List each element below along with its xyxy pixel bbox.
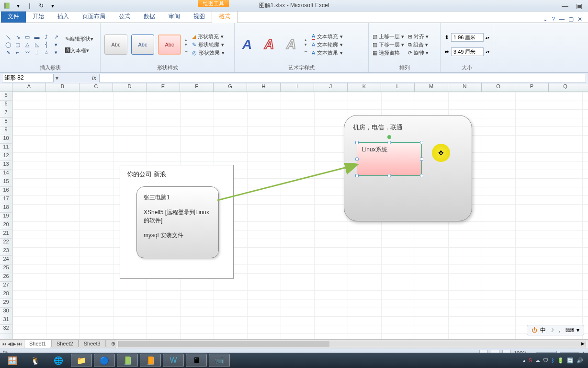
rect2-shape-icon[interactable]: ▬ xyxy=(33,34,41,40)
qat-dropdown-icon[interactable]: ▾ xyxy=(13,1,23,10)
rect-shape-icon[interactable]: ▭ xyxy=(23,34,32,40)
shape-style-2[interactable]: Abc xyxy=(131,34,154,55)
col-header[interactable]: Q xyxy=(549,83,582,92)
col-header[interactable]: D xyxy=(113,83,147,92)
shape-effect-button[interactable]: ◎形状效果 ▾ xyxy=(192,49,225,57)
tray-battery-icon[interactable]: 🔋 xyxy=(557,357,564,364)
connector-arrow-shape[interactable] xyxy=(217,163,359,201)
tab-review[interactable]: 审阅 xyxy=(162,11,187,23)
row-header[interactable]: 10 xyxy=(0,135,12,144)
text-effect-button[interactable]: A文本效果 ▾ xyxy=(312,49,343,57)
window-minimize-icon[interactable]: — xyxy=(559,16,565,23)
line-shape-icon[interactable]: ＼ xyxy=(4,34,12,40)
col-header[interactable]: K xyxy=(348,83,381,92)
col-header[interactable]: O xyxy=(482,83,515,92)
wa-more-icon[interactable]: ⎯ xyxy=(305,47,307,52)
row-header[interactable]: 32 xyxy=(0,325,12,334)
selection-handle[interactable] xyxy=(355,158,359,161)
row-header[interactable]: 20 xyxy=(0,221,12,230)
shapes-gallery[interactable]: ＼ ↘ ▭ ▬ ⤴ ↗ ◯ ▢ △ ◺ ⎨ ▾ ∿ ⌐ 〰 ⎰ ☆ ▾ xyxy=(4,34,60,56)
row-header[interactable]: 29 xyxy=(0,299,12,308)
taskbar-camera-icon[interactable]: 📹 xyxy=(209,354,230,367)
tab-data[interactable]: 数据 xyxy=(137,11,162,23)
taskbar-wps-icon[interactable]: W xyxy=(163,354,184,367)
row-header[interactable]: 26 xyxy=(0,273,12,282)
row-header[interactable]: 17 xyxy=(0,196,12,204)
tab-insert[interactable]: 插入 xyxy=(51,11,76,23)
edit-shape-button[interactable]: ✎ 编辑形状 ▾ xyxy=(62,34,96,44)
sheet-prev-icon[interactable]: ◀ xyxy=(8,341,11,346)
row-header[interactable]: 31 xyxy=(0,316,12,325)
gallery-down2-icon[interactable]: ▾ xyxy=(185,42,187,47)
col-header[interactable]: G xyxy=(214,83,247,92)
tray-sogou-icon[interactable]: S xyxy=(529,357,532,363)
tab-view[interactable]: 视图 xyxy=(187,11,212,23)
arrow-shape-icon[interactable]: ↘ xyxy=(13,34,22,40)
tray-shield-icon[interactable]: 🛡 xyxy=(543,357,548,363)
sheet-tab[interactable]: Sheet3 xyxy=(79,340,106,348)
text-box-button[interactable]: 🅰 文本框 ▾ xyxy=(62,45,96,56)
row-header[interactable]: 7 xyxy=(0,109,12,118)
selection-pane-button[interactable]: ▦选择窗格 xyxy=(373,49,404,57)
col-header[interactable]: E xyxy=(147,83,180,92)
shape-style-3[interactable]: Abc xyxy=(158,34,181,55)
send-backward-button[interactable]: ▨下移一层 ▾ xyxy=(373,41,404,48)
hscroll-thumb[interactable] xyxy=(119,341,329,347)
wa-down-icon[interactable]: ▾ xyxy=(305,42,307,47)
group-button[interactable]: ⧉组合 ▾ xyxy=(408,41,429,48)
fx-icon[interactable]: fx xyxy=(89,75,99,81)
qat-more-icon[interactable]: ▾ xyxy=(48,1,57,10)
namebox-drop-icon[interactable]: ▾ xyxy=(54,75,60,81)
taskbar-chrome-icon[interactable]: 🔵 xyxy=(94,354,115,367)
row-header[interactable]: 19 xyxy=(0,213,12,221)
row-header[interactable]: 8 xyxy=(0,118,12,126)
oval-shape-icon[interactable]: ◯ xyxy=(4,41,12,48)
new-sheet-button[interactable]: ⊕ xyxy=(106,340,116,348)
formula-bar-input[interactable] xyxy=(99,74,586,82)
sheet-tab[interactable]: Sheet2 xyxy=(51,340,79,348)
window-restore-icon[interactable]: ▢ xyxy=(568,16,574,23)
row-header[interactable]: 12 xyxy=(0,152,12,161)
row-header[interactable]: 21 xyxy=(0,230,12,239)
selection-handle[interactable] xyxy=(420,174,423,177)
col-header[interactable]: J xyxy=(314,83,348,92)
pc-shape[interactable]: 张三电脑1 XShell5 [远程登录到Linux的软件] mysql 安装文件 xyxy=(136,186,219,258)
rtri-shape-icon[interactable]: ◺ xyxy=(33,41,41,48)
col-header[interactable]: A xyxy=(12,83,46,92)
selection-handle[interactable] xyxy=(388,174,391,177)
datacenter-shape[interactable]: 机房，电信，联通 Linux系统 xyxy=(344,115,472,221)
bring-forward-button[interactable]: ▧上移一层 ▾ xyxy=(373,33,404,40)
col-header[interactable]: C xyxy=(79,83,113,92)
cells-canvas[interactable]: 你的公司 新浪 张三电脑1 XShell5 [远程登录到Linux的软件] my… xyxy=(12,92,588,339)
row-header[interactable]: 24 xyxy=(0,256,12,264)
connector-shape-icon[interactable]: ⤴ xyxy=(42,34,51,40)
shape-height-input[interactable] xyxy=(451,33,484,42)
row-header[interactable]: 6 xyxy=(0,101,12,109)
align-button[interactable]: ⊞对齐 ▾ xyxy=(408,33,429,40)
col-header[interactable]: L xyxy=(381,83,415,92)
selection-handle[interactable] xyxy=(388,141,391,144)
sheet-tab[interactable]: Sheet1 xyxy=(24,340,51,348)
col-header[interactable]: H xyxy=(247,83,281,92)
arrow2-shape-icon[interactable]: ↗ xyxy=(52,34,60,40)
shape-outline-button[interactable]: ✎形状轮廓 ▾ xyxy=(192,41,225,48)
row-header[interactable]: 28 xyxy=(0,290,12,299)
tab-formula[interactable]: 公式 xyxy=(112,11,137,23)
sheet-next-icon[interactable]: ▶ xyxy=(12,341,16,346)
taskbar-vmware-icon[interactable]: 🖥 xyxy=(186,354,207,367)
free2-shape-icon[interactable]: ⎰ xyxy=(33,49,41,56)
excel-icon[interactable]: 📗 xyxy=(2,1,11,10)
taskbar-ie-icon[interactable]: 🌐 xyxy=(48,354,69,367)
text-outline-button[interactable]: A文本轮廓 ▾ xyxy=(312,41,343,48)
scroll-right-icon[interactable]: ▶ xyxy=(581,341,585,346)
taskbar-qq-icon[interactable]: 🐧 xyxy=(25,354,46,367)
wordart-style-2[interactable]: A xyxy=(260,36,278,53)
selection-handle[interactable] xyxy=(355,141,359,144)
col-header[interactable]: M xyxy=(415,83,448,92)
wordart-style-3[interactable]: A xyxy=(283,36,300,53)
col-header[interactable]: B xyxy=(46,83,79,92)
row-header[interactable]: 23 xyxy=(0,247,12,256)
redo-icon[interactable]: ↻ xyxy=(36,1,46,10)
ime-indicator[interactable]: ⏻ 中 ☽ ， ⌨ ▾ xyxy=(527,325,584,335)
gallery-open-icon[interactable]: ⎯ xyxy=(185,47,187,52)
